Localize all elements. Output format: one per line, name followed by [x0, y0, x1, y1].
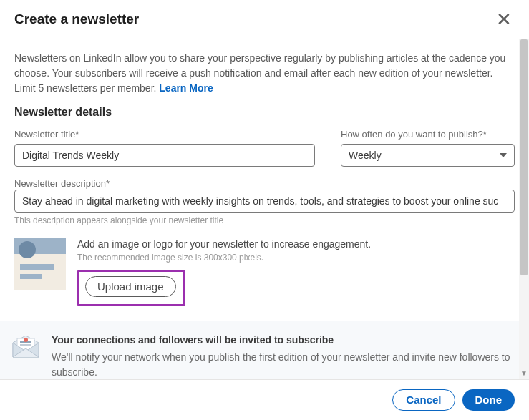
- chevron-down-icon: [500, 153, 507, 157]
- modal-footer: Cancel Done: [0, 379, 529, 419]
- newsletter-title-input[interactable]: [14, 144, 315, 167]
- modal-body: Newsletters on LinkedIn allow you to sha…: [0, 39, 529, 379]
- publish-frequency-select[interactable]: Weekly: [341, 144, 515, 167]
- section-heading: Newsletter details: [14, 106, 515, 119]
- banner-body: We'll notify your network when you publi…: [52, 350, 518, 379]
- learn-more-link[interactable]: Learn More: [159, 82, 213, 94]
- intro-text: Newsletters on LinkedIn allow you to sha…: [14, 51, 515, 96]
- done-button[interactable]: Done: [462, 389, 515, 411]
- modal-header: Create a newsletter ✕: [0, 0, 529, 39]
- publish-frequency-label: How often do you want to publish?*: [341, 129, 515, 140]
- description-helper: This description appears alongside your …: [14, 215, 515, 225]
- scrollbar-down-arrow[interactable]: ▼: [520, 369, 528, 378]
- upload-image-recommendation: The recommended image size is 300x300 pi…: [77, 253, 515, 263]
- banner-title: Your connections and followers will be i…: [52, 334, 518, 346]
- scrollbar-track[interactable]: ▼: [519, 39, 529, 379]
- upload-highlight-box: Upload image: [77, 270, 185, 306]
- cancel-button[interactable]: Cancel: [392, 389, 455, 411]
- upload-image-title: Add an image or logo for your newsletter…: [77, 238, 515, 250]
- newsletter-description-input[interactable]: [14, 190, 515, 213]
- upload-image-button[interactable]: Upload image: [85, 276, 176, 297]
- newsletter-description-label: Newsletter description*: [14, 178, 110, 189]
- close-icon[interactable]: ✕: [493, 10, 515, 29]
- intro-copy: Newsletters on LinkedIn allow you to sha…: [14, 52, 505, 94]
- subscribe-banner: Your connections and followers will be i…: [0, 321, 529, 379]
- scrollbar-thumb[interactable]: [520, 39, 528, 275]
- newsletter-title-label: Newsletter title*: [14, 129, 315, 140]
- envelope-icon: [11, 336, 40, 379]
- newsletter-image-placeholder: [14, 238, 66, 290]
- publish-frequency-value: Weekly: [349, 150, 382, 161]
- modal-title: Create a newsletter: [14, 11, 139, 27]
- svg-point-5: [24, 338, 28, 342]
